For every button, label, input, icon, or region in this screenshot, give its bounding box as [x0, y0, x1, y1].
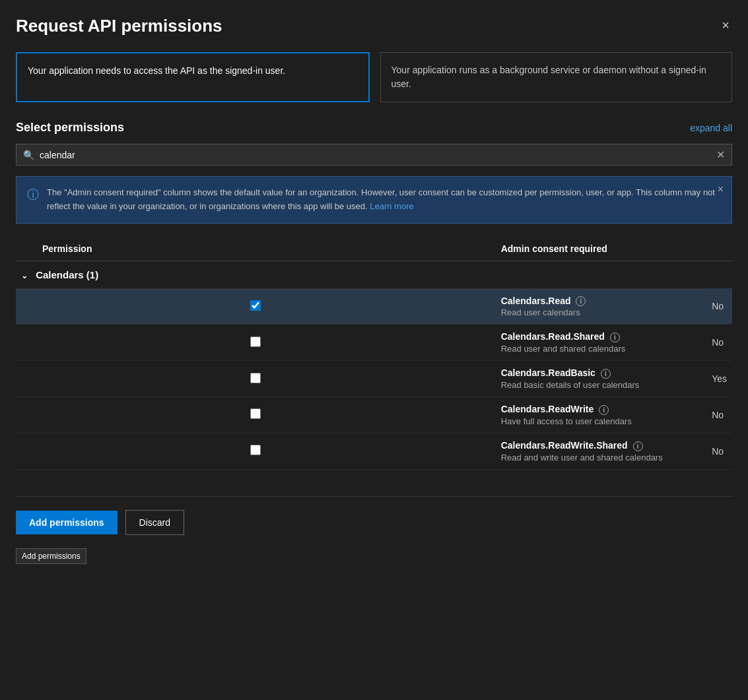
dialog-title: Request API permissions: [16, 16, 222, 36]
permissions-table: Permission Admin consent required ⌄ Cale…: [16, 237, 732, 470]
permission-row: Calendars.ReadWrite i Have full access t…: [16, 397, 732, 433]
permission-checkbox[interactable]: [250, 445, 261, 455]
checkbox-cell: [16, 361, 496, 397]
th-admin-consent: Admin consent required: [496, 237, 706, 261]
close-button[interactable]: ×: [719, 16, 732, 34]
add-permissions-button[interactable]: Add permissions: [16, 511, 118, 534]
permission-row: Calendars.Read.Shared i Read user and sh…: [16, 325, 732, 361]
table-header-row: Permission Admin consent required: [16, 237, 732, 261]
checkbox-cell: [16, 288, 496, 325]
permission-name: Calendars.Read i: [501, 296, 701, 307]
group-name: Calendars (1): [36, 269, 98, 280]
admin-consent-value: Yes: [706, 361, 732, 397]
permission-checkbox[interactable]: [250, 373, 261, 383]
option-cards: Your application needs to access the API…: [16, 52, 732, 102]
permission-checkbox[interactable]: [250, 408, 261, 419]
permission-info-icon[interactable]: i: [599, 405, 609, 415]
discard-button[interactable]: Discard: [125, 510, 184, 535]
delegated-option-card[interactable]: Your application needs to access the API…: [16, 52, 370, 102]
delegated-option-text: Your application needs to access the API…: [28, 65, 285, 76]
checkbox-cell: [16, 325, 496, 361]
permission-description: Read and write user and shared calendars: [501, 453, 701, 462]
footer-area: Add permissions Discard: [16, 496, 732, 548]
permission-row: Calendars.ReadBasic i Read basic details…: [16, 361, 732, 397]
permission-description: Read basic details of user calendars: [501, 380, 701, 390]
search-bar: 🔍 ✕: [16, 144, 732, 166]
dialog-header: Request API permissions ×: [16, 16, 732, 36]
permission-row: Calendars.Read i Read user calendars No: [16, 288, 732, 325]
search-icon: 🔍: [23, 150, 34, 160]
permission-info-icon[interactable]: i: [633, 441, 643, 451]
info-banner-text: The "Admin consent required" column show…: [47, 186, 721, 214]
permission-name: Calendars.Read.Shared i: [501, 331, 701, 342]
permission-info-icon[interactable]: i: [601, 369, 611, 379]
permission-details: Calendars.Read i Read user calendars: [496, 288, 706, 325]
expand-all-link[interactable]: expand all: [690, 123, 732, 133]
permission-details: Calendars.ReadWrite.Shared i Read and wr…: [496, 433, 706, 469]
permission-description: Have full access to user calendars: [501, 416, 701, 426]
learn-more-link[interactable]: Learn more: [370, 201, 413, 211]
application-option-text: Your application runs as a background se…: [391, 65, 706, 89]
permission-name: Calendars.ReadBasic i: [501, 367, 701, 379]
admin-consent-value: No: [706, 433, 732, 469]
permission-details: Calendars.ReadWrite i Have full access t…: [496, 397, 706, 433]
info-banner: ⓘ The "Admin consent required" column sh…: [16, 176, 732, 224]
permission-name: Calendars.ReadWrite i: [501, 404, 701, 415]
permission-description: Read user calendars: [501, 307, 701, 317]
permission-info-icon[interactable]: i: [576, 296, 586, 306]
section-header: Select permissions expand all: [16, 121, 732, 135]
info-icon: ⓘ: [27, 187, 39, 203]
info-banner-close-button[interactable]: ×: [718, 183, 724, 195]
search-input[interactable]: [40, 150, 716, 160]
permission-details: Calendars.Read.Shared i Read user and sh…: [496, 325, 706, 361]
dialog-container: Request API permissions × Your applicati…: [0, 0, 748, 700]
group-row[interactable]: ⌄ Calendars (1): [16, 261, 732, 288]
permission-checkbox[interactable]: [250, 336, 261, 347]
admin-consent-value: No: [706, 288, 732, 325]
permission-details: Calendars.ReadBasic i Read basic details…: [496, 361, 706, 397]
permission-description: Read user and shared calendars: [501, 344, 701, 354]
checkbox-cell: [16, 397, 496, 433]
search-clear-button[interactable]: ✕: [716, 148, 725, 161]
section-title: Select permissions: [16, 121, 124, 135]
permission-info-icon[interactable]: i: [610, 333, 620, 342]
admin-consent-value: No: [706, 397, 732, 433]
permission-name: Calendars.ReadWrite.Shared i: [501, 440, 701, 451]
admin-consent-value: No: [706, 325, 732, 361]
chevron-icon: ⌄: [21, 271, 28, 280]
th-permission: Permission: [16, 237, 496, 261]
checkbox-cell: [16, 433, 496, 469]
application-option-card[interactable]: Your application runs as a background se…: [380, 52, 733, 102]
permission-row: Calendars.ReadWrite.Shared i Read and wr…: [16, 433, 732, 469]
add-permissions-tooltip: Add permissions: [16, 548, 86, 564]
permission-checkbox[interactable]: [250, 300, 261, 311]
